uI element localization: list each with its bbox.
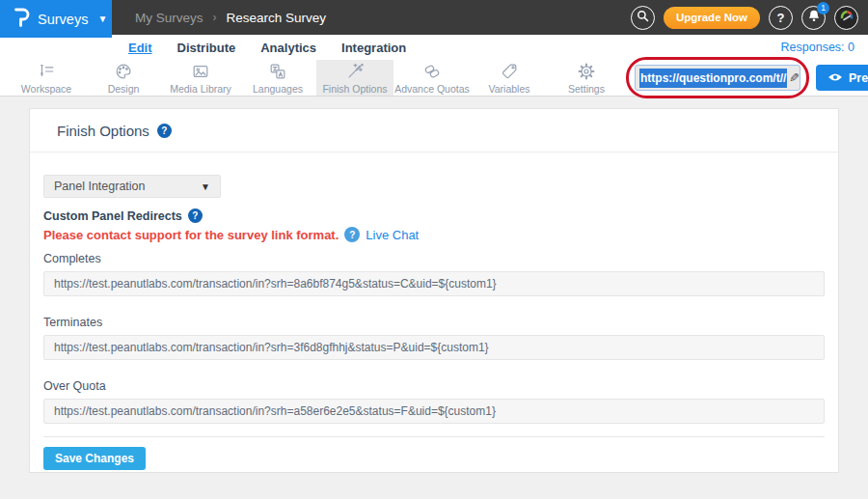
live-chat-help-icon[interactable]: ? (344, 227, 360, 242)
toolbar-item-variables[interactable]: Variables (471, 60, 548, 96)
toolbar-item-languages[interactable]: Languages (239, 60, 316, 96)
image-icon (191, 62, 210, 81)
help-button[interactable]: ? (769, 6, 793, 30)
survey-url-input[interactable]: https://questionpro.com/t// ✎ (635, 65, 800, 91)
survey-url-container: https://questionpro.com/t// ✎ (635, 65, 800, 91)
workspace-icon (37, 62, 56, 81)
top-header: Surveys ▼ My Surveys › Research Survey U… (0, 0, 868, 35)
responses-count: Responses: 0 (781, 41, 854, 54)
dropdown-selected-value: Panel Integration (54, 180, 146, 193)
toolbar-item-finish-options[interactable]: Finish Options (316, 60, 393, 96)
completes-field-group: Completes (43, 252, 825, 296)
toolbar-item-advance-quotas[interactable]: Advance Quotas (393, 60, 471, 96)
save-changes-button[interactable]: Save Changes (43, 447, 146, 470)
toolbar-item-media-library[interactable]: Media Library (162, 60, 239, 96)
survey-url-selected-text: https://questionpro.com/t// (639, 69, 787, 88)
over-quota-url-input[interactable] (43, 399, 825, 424)
palette-icon (114, 62, 133, 81)
product-switcher[interactable]: Surveys ▼ (0, 0, 112, 38)
search-button[interactable] (631, 6, 655, 30)
breadcrumb-separator-icon: › (213, 11, 217, 24)
panel-integration-dropdown[interactable]: Panel Integration ▼ (43, 175, 221, 198)
toolbar-item-design[interactable]: Design (85, 60, 162, 96)
chevron-down-icon: ▼ (201, 181, 210, 192)
toolbar-items: Workspace Design Media Library Languages (8, 60, 625, 96)
edit-url-pencil-icon[interactable]: ✎ (789, 70, 800, 85)
user-avatar[interactable] (834, 6, 858, 30)
magic-wand-icon (345, 62, 365, 81)
gear-icon (577, 62, 596, 81)
main-content: Finish Options ? Panel Integration ▼ Cus… (0, 97, 868, 473)
terminates-label: Terminates (43, 316, 825, 329)
breadcrumb-current-survey: Research Survey (227, 11, 327, 25)
breadcrumb-my-surveys[interactable]: My Surveys (135, 11, 203, 25)
support-notice-text: Please contact support for the survey li… (43, 228, 339, 242)
terminates-field-group: Terminates (43, 316, 825, 360)
chevron-down-icon: ▼ (97, 14, 107, 24)
search-icon (637, 9, 649, 26)
preview-button[interactable]: Preview (816, 65, 868, 91)
avatar-logo-icon (838, 7, 855, 28)
redirects-help-icon[interactable]: ? (188, 208, 203, 223)
card-body: Panel Integration ▼ Custom Panel Redirec… (30, 175, 838, 470)
questionpro-finish-options-page: Surveys ▼ My Surveys › Research Survey U… (0, 0, 868, 499)
section-divider (43, 436, 825, 437)
card-header: Finish Options ? (30, 109, 838, 152)
custom-panel-redirects-heading: Custom Panel Redirects ? (43, 208, 825, 223)
edit-toolbar: Workspace Design Media Library Languages (0, 60, 868, 97)
completes-url-input[interactable] (43, 271, 825, 296)
survey-nav-tabs: Edit Distribute Analytics Integration Re… (0, 35, 868, 60)
tab-analytics[interactable]: Analytics (260, 41, 316, 55)
chain-link-icon (422, 62, 442, 81)
app-name: Surveys (38, 12, 88, 27)
translate-icon (268, 62, 287, 81)
live-chat-link[interactable]: Live Chat (366, 228, 419, 242)
terminates-url-input[interactable] (43, 335, 825, 360)
tag-icon (500, 62, 519, 81)
eye-icon (827, 71, 843, 85)
toolbar-item-workspace[interactable]: Workspace (8, 60, 85, 96)
page-title: Finish Options (57, 123, 149, 139)
tab-distribute[interactable]: Distribute (177, 41, 236, 55)
header-actions: Upgrade Now ? 1 (631, 0, 858, 35)
upgrade-now-button[interactable]: Upgrade Now (664, 7, 760, 29)
tab-integration[interactable]: Integration (341, 41, 406, 55)
tab-edit[interactable]: Edit (128, 41, 152, 55)
completes-label: Completes (43, 252, 825, 265)
finish-options-help-icon[interactable]: ? (157, 124, 172, 138)
support-notice-row: Please contact support for the survey li… (43, 227, 825, 242)
toolbar-item-settings[interactable]: Settings (548, 60, 625, 96)
over-quota-field-group: Over Quota (43, 379, 825, 424)
notification-badge: 1 (817, 2, 829, 14)
over-quota-label: Over Quota (43, 379, 825, 393)
notifications-button[interactable]: 1 (801, 6, 826, 30)
breadcrumb: My Surveys › Research Survey (135, 0, 326, 35)
finish-options-card: Finish Options ? Panel Integration ▼ Cus… (29, 108, 839, 473)
questionpro-logo-icon (14, 7, 30, 32)
